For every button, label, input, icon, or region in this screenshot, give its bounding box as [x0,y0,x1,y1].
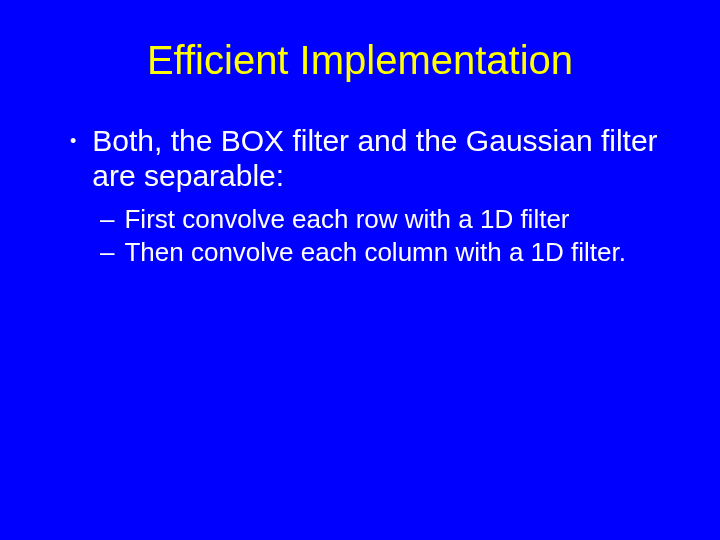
bullet-level-1: • Both, the BOX filter and the Gaussian … [70,123,660,194]
sub-bullet-group: – First convolve each row with a 1D filt… [100,204,660,268]
sub-bullet-text: First convolve each row with a 1D filter [124,204,660,235]
bullet-dash-icon: – [100,237,114,268]
bullet-text: Both, the BOX filter and the Gaussian fi… [92,123,660,194]
sub-bullet-text: Then convolve each column with a 1D filt… [124,237,660,268]
bullet-level-2: – First convolve each row with a 1D filt… [100,204,660,235]
bullet-level-2: – Then convolve each column with a 1D fi… [100,237,660,268]
slide-title: Efficient Implementation [60,38,660,83]
slide: Efficient Implementation • Both, the BOX… [0,0,720,540]
bullet-dash-icon: – [100,204,114,235]
bullet-dot-icon: • [70,132,76,150]
